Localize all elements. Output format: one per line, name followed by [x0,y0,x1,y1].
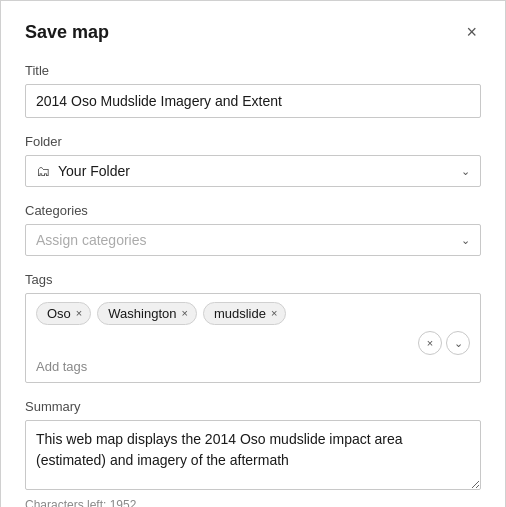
categories-select[interactable]: Assign categories ⌄ [25,224,481,256]
tags-label: Tags [25,272,481,287]
tag-washington: Washington × [97,302,197,325]
tag-mudslide: mudslide × [203,302,286,325]
title-label: Title [25,63,481,78]
tags-row: Oso × Washington × mudslide × [36,302,470,325]
categories-label: Categories [25,203,481,218]
tags-container: Oso × Washington × mudslide × × ⌄ Add ta… [25,293,481,383]
title-group: Title [25,63,481,118]
summary-label: Summary [25,399,481,414]
tags-expand-button[interactable]: ⌄ [446,331,470,355]
tag-oso-remove-button[interactable]: × [76,308,82,319]
folder-icon: 🗂 [36,163,50,179]
summary-group: Summary Characters left: 1952 [25,399,481,507]
dialog-header: Save map × [25,21,481,43]
tag-washington-label: Washington [108,306,176,321]
tag-mudslide-label: mudslide [214,306,266,321]
categories-chevron-icon: ⌄ [461,234,470,247]
tags-actions: × ⌄ [36,331,470,355]
tags-group: Tags Oso × Washington × mudslide × × ⌄ [25,272,481,383]
folder-select[interactable]: 🗂 Your Folder ⌄ [25,155,481,187]
add-tags-text[interactable]: Add tags [36,359,470,374]
categories-wrapper: Assign categories ⌄ [25,224,481,256]
tag-washington-remove-button[interactable]: × [181,308,187,319]
close-button[interactable]: × [462,21,481,43]
title-input[interactable] [25,84,481,118]
folder-value: Your Folder [58,163,461,179]
summary-textarea[interactable] [25,420,481,490]
tag-mudslide-remove-button[interactable]: × [271,308,277,319]
folder-group: Folder 🗂 Your Folder ⌄ [25,134,481,187]
categories-placeholder: Assign categories [36,232,147,248]
chars-left-text: Characters left: 1952 [25,498,481,507]
tags-clear-button[interactable]: × [418,331,442,355]
tag-oso-label: Oso [47,306,71,321]
folder-chevron-icon: ⌄ [461,165,470,178]
dialog-title: Save map [25,22,109,43]
categories-group: Categories Assign categories ⌄ [25,203,481,256]
folder-label: Folder [25,134,481,149]
tag-oso: Oso × [36,302,91,325]
save-map-dialog: Save map × Title Folder 🗂 Your Folder ⌄ … [0,0,506,507]
